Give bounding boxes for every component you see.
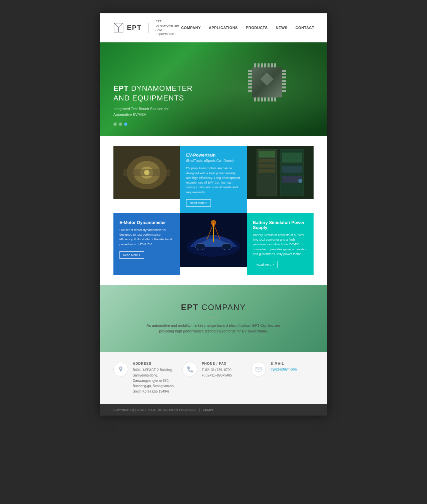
battery-title: Battery Simulator/ Power Supply xyxy=(253,220,308,230)
company-bg xyxy=(100,285,327,352)
address-icon xyxy=(113,362,128,376)
electrical-image-cell xyxy=(247,146,314,213)
e-motor-title: E-Motor Dynamometer xyxy=(119,220,174,225)
svg-line-2 xyxy=(118,23,123,28)
ev-powertrain-title: EV-Powertrain xyxy=(186,153,241,158)
dot-3[interactable] xyxy=(124,122,127,126)
nav-company[interactable]: COMPANY xyxy=(181,26,201,30)
address-label: ADDRESS xyxy=(133,362,176,365)
hero-section: EPT DYNAMOMETERAND EQUIPMENTS Integrated… xyxy=(100,42,327,136)
svg-rect-13 xyxy=(274,63,276,67)
svg-point-51 xyxy=(298,179,302,183)
svg-rect-12 xyxy=(271,63,273,67)
ev-powertrain-card: EV-Powertrain (Bus/Truck, eSports Car, D… xyxy=(180,146,247,213)
car-image xyxy=(180,213,247,267)
ept-logo-icon xyxy=(113,22,123,34)
ev-powertrain-read-more[interactable]: Read More > xyxy=(186,199,211,207)
svg-rect-10 xyxy=(264,63,266,67)
main-nav: COMPANY APPLICATIONS PRODUCTS NEWS CONTA… xyxy=(181,26,314,30)
logo-subtitle: EPT DYNAMOMETER AND EQUIPMENTS xyxy=(155,19,181,36)
svg-rect-46 xyxy=(259,164,275,168)
motor-image-cell xyxy=(113,146,180,213)
nav-products[interactable]: PRODUCTS xyxy=(246,26,268,30)
company-section: EPT COMPANY As automotive and mobility m… xyxy=(100,285,327,352)
svg-rect-49 xyxy=(282,166,302,173)
contact-email: E-MAIL dyn@eptdyn.com xyxy=(251,362,314,394)
hero-subtitle: Integrated Test Bench Solution for Autom… xyxy=(113,106,314,117)
email-label: E-MAIL xyxy=(271,362,297,365)
products-grid: EV-Powertrain (Bus/Truck, eSports Car, D… xyxy=(113,146,314,275)
svg-rect-60 xyxy=(256,367,261,371)
address-text: B404 U-SPACE 2 Building, Samyeong-dong, … xyxy=(133,367,176,394)
svg-rect-45 xyxy=(259,159,275,163)
car-image-cell xyxy=(180,213,247,275)
logo-area: EPT EPT DYNAMOMETER AND EQUIPMENTS xyxy=(113,19,181,36)
svg-rect-11 xyxy=(268,63,270,67)
svg-rect-23 xyxy=(248,76,252,78)
hero-title: EPT DYNAMOMETERAND EQUIPMENTS xyxy=(113,84,314,103)
svg-rect-44 xyxy=(259,151,275,158)
hero-dots[interactable] xyxy=(113,122,314,126)
logo-divider xyxy=(148,23,149,33)
nav-news[interactable]: NEWS xyxy=(276,26,288,30)
email-address[interactable]: dyn@eptdyn.com xyxy=(271,367,297,371)
svg-rect-28 xyxy=(282,70,286,72)
company-description: As automotive and mobility market change… xyxy=(147,323,281,334)
svg-rect-24 xyxy=(248,80,252,82)
footer: COPYRIGHT (C) 2016 EPT Co., Inc. ALL RIG… xyxy=(100,404,327,416)
logo-text: EPT xyxy=(127,24,142,32)
svg-rect-30 xyxy=(282,76,286,78)
battery-desc: Battery Simulator consists of a PWM (AC-… xyxy=(253,233,308,256)
phone-text: T: 82+31+739+8799 F: 82+31+896+9485 xyxy=(202,367,232,378)
svg-rect-9 xyxy=(261,63,263,67)
contact-section: ADDRESS B404 U-SPACE 2 Building, Samyeon… xyxy=(100,352,327,404)
e-motor-read-more[interactable]: Read More > xyxy=(119,251,144,259)
svg-point-54 xyxy=(195,243,205,250)
svg-rect-7 xyxy=(254,63,256,67)
hero-chip-graphic xyxy=(234,49,300,116)
email-info: E-MAIL dyn@eptdyn.com xyxy=(271,362,297,371)
contact-address: ADDRESS B404 U-SPACE 2 Building, Samyeon… xyxy=(113,362,176,394)
footer-copyright: COPYRIGHT (C) 2016 EPT Co., Inc. ALL RIG… xyxy=(113,408,196,412)
svg-point-55 xyxy=(222,243,232,250)
battery-card: Battery Simulator/ Power Supply Battery … xyxy=(247,213,314,275)
svg-rect-47 xyxy=(259,169,275,173)
phone-icon xyxy=(182,362,197,376)
company-underline xyxy=(207,317,220,317)
contact-phone: PHONE / FAX T: 82+31+739+8799 F: 82+31+8… xyxy=(182,362,245,394)
svg-line-1 xyxy=(114,23,119,28)
electrical-image xyxy=(247,146,314,199)
ev-powertrain-subtitle: (Bus/Truck, eSports Car, Drone) xyxy=(186,159,241,163)
company-title: EPT COMPANY xyxy=(181,303,246,312)
email-icon xyxy=(251,362,266,376)
ev-powertrain-desc: EV propulsion motors are can be designed… xyxy=(186,166,241,195)
svg-point-59 xyxy=(211,220,216,225)
dot-2[interactable] xyxy=(119,122,122,126)
nav-contact[interactable]: CONTACT xyxy=(296,26,314,30)
e-motor-desc: Full set of motor-dynamometer is designe… xyxy=(119,228,174,247)
svg-rect-21 xyxy=(248,70,252,72)
battery-read-more[interactable]: Read More > xyxy=(253,261,278,268)
footer-admin[interactable]: ADMIN xyxy=(203,408,213,412)
nav-applications[interactable]: APPLICATIONS xyxy=(209,26,238,30)
svg-rect-8 xyxy=(258,63,260,67)
products-section: EV-Powertrain (Bus/Truck, eSports Car, D… xyxy=(100,136,327,285)
svg-rect-31 xyxy=(282,80,286,82)
svg-rect-29 xyxy=(282,73,286,75)
dot-1[interactable] xyxy=(113,122,117,126)
header: EPT EPT DYNAMOMETER AND EQUIPMENTS COMPA… xyxy=(100,13,327,42)
page-wrapper: EPT EPT DYNAMOMETER AND EQUIPMENTS COMPA… xyxy=(100,13,327,416)
motor-image xyxy=(113,146,180,199)
svg-rect-22 xyxy=(248,73,252,75)
svg-point-40 xyxy=(144,170,149,175)
svg-rect-48 xyxy=(282,153,302,163)
e-motor-card: E-Motor Dynamometer Full set of motor-dy… xyxy=(113,213,180,275)
phone-info: PHONE / FAX T: 82+31+739+8799 F: 82+31+8… xyxy=(202,362,232,378)
phone-label: PHONE / FAX xyxy=(202,362,232,365)
address-info: ADDRESS B404 U-SPACE 2 Building, Samyeon… xyxy=(133,362,176,394)
